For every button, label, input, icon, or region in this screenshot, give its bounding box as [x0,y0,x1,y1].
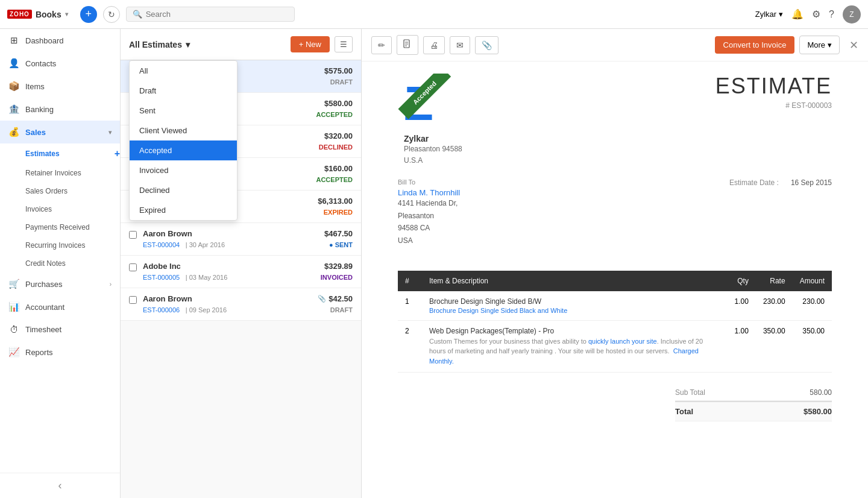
attach-button[interactable]: 📎 [475,36,498,54]
list-item-checkbox[interactable] [129,296,137,304]
list-item-body: Aaron Brown 📎 $42.50 EST-000006 | 09 Sep… [143,294,353,314]
list-item-ref[interactable]: EST-000004 [143,241,180,248]
invoice-totals: Sub Total 580.00 Total $580.00 [398,385,832,421]
sidebar-sub-recurring-invoices[interactable]: Recurring Invoices [0,236,120,254]
topbar-right: Zylkar ▾ 🔔 ⚙ ? Z [755,5,861,24]
row-qty: 1.00 [728,320,756,373]
invoice-preview: Accepted Z Zylkar Pleasanton 94588 U.S.A [398,74,832,421]
estimate-date-value: 16 Sep 2015 [791,178,832,187]
sidebar-sub-credit-notes[interactable]: Credit Notes [0,254,120,273]
accepted-ribbon: Accepted [398,74,452,128]
list-item-status: ACCEPTED [316,176,353,183]
more-label: More [807,40,825,49]
filter-dropdown[interactable]: All Estimates ▾ [129,40,190,49]
global-add-button[interactable]: + [80,6,97,23]
notifications-button[interactable]: 🔔 [791,8,804,20]
search-icon: 🔍 [133,10,142,19]
sidebar-sub-retainer-invoices[interactable]: Retainer Invoices [0,164,120,182]
user-menu[interactable]: Zylkar ▾ [755,10,783,19]
filter-option-expired[interactable]: Expired [130,200,237,220]
sidebar-sub-invoices[interactable]: Invoices [0,200,120,218]
bill-to-section: Bill To Linda M. Thornhill 4141 Hacienda… [398,178,460,247]
list-menu-button[interactable]: ☰ [335,36,353,52]
sidebar-sub-estimates[interactable]: Estimates + [0,143,120,164]
list-item-checkbox[interactable] [129,231,137,239]
sidebar-item-reports[interactable]: 📈 Reports [0,341,120,364]
close-button[interactable]: ✕ [849,39,858,52]
sidebar-item-accountant[interactable]: 📊 Accountant [0,295,120,318]
estimate-date-row: Estimate Date : 16 Sep 2015 [729,178,832,187]
topbar: ZOHO Books ▾ + ↻ 🔍 Zylkar ▾ 🔔 ⚙ ? Z [0,0,868,29]
edit-button[interactable]: ✏ [371,36,392,54]
sidebar-item-purchases[interactable]: 🛒 Purchases › [0,273,120,295]
filter-option-sent[interactable]: Sent [130,101,237,121]
sidebar-item-label: Dashboard [25,36,64,45]
row-rate: 230.00 [756,291,793,321]
timesheet-icon: ⏱ [8,324,19,335]
books-wordmark: Books [36,10,61,19]
pdf-button[interactable] [397,35,418,55]
col-num: # [398,271,422,291]
col-amount: Amount [793,271,832,291]
list-item-checkbox[interactable] [129,263,137,271]
list-item-ref[interactable]: EST-000006 [143,306,180,314]
sidebar-item-sales[interactable]: 💰 Sales ▾ [0,121,120,143]
invoice-title: ESTIMATE [715,74,832,99]
dashboard-icon: ⊞ [8,35,19,46]
search-input[interactable] [146,10,288,19]
invoice-number: # EST-000003 [715,101,832,110]
new-estimate-button[interactable]: + New [291,36,330,52]
settings-button[interactable]: ⚙ [812,8,820,20]
col-item: Item & Description [422,271,728,291]
list-item-status: DECLINED [319,143,353,151]
search-bar[interactable]: 🔍 [126,7,295,22]
filter-option-client-viewed[interactable]: Client Viewed [130,121,237,140]
user-caret-icon: ▾ [779,10,783,19]
bill-to-address: 4141 Hacienda Dr, Pleasanton 94588 CA US… [398,197,460,247]
list-item-amount: $160.00 [324,164,353,173]
filter-option-invoiced[interactable]: Invoiced [130,160,237,180]
print-button[interactable]: 🖨 [423,36,445,54]
sidebar-collapse-button[interactable]: ‹ [0,473,120,498]
sidebar-item-contacts[interactable]: 👤 Contacts [0,52,120,75]
list-item-amount: $575.00 [324,66,353,75]
sidebar-sub-sales-orders[interactable]: Sales Orders [0,182,120,200]
detail-toolbar: ✏ 🖨 ✉ 📎 Convert to Invoice More ▾ ✕ [362,29,868,61]
filter-option-accepted[interactable]: Accepted [130,140,237,160]
sales-icon: 💰 [8,127,19,137]
list-item-ref[interactable]: EST-000005 [143,274,180,281]
more-button[interactable]: More ▾ [799,36,840,54]
sidebar-sub-payments-received[interactable]: Payments Received [0,218,120,236]
item-long-desc: Custom Themes for your business that giv… [429,336,720,367]
email-button[interactable]: ✉ [450,36,470,54]
list-item-date: | 03 May 2016 [186,274,228,281]
sidebar-sub-label: Sales Orders [25,187,68,195]
list-item[interactable]: Aaron Brown $467.50 EST-000004 | 30 Apr … [121,223,361,256]
collapse-icon: ‹ [58,479,62,492]
convert-to-invoice-button[interactable]: Convert to Invoice [715,36,795,54]
list-item[interactable]: Aaron Brown 📎 $42.50 EST-000006 | 09 Sep… [121,288,361,321]
recent-button[interactable]: ↻ [103,6,120,23]
company-name: Zylkar [404,134,462,143]
purchases-icon: 🛒 [8,279,19,289]
sub-total-value: 580.00 [810,388,832,397]
list-item[interactable]: Adobe Inc $329.89 EST-000005 | 03 May 20… [121,256,361,288]
filter-option-all[interactable]: All [130,61,237,81]
sidebar-item-timesheet[interactable]: ⏱ Timesheet [0,318,120,341]
sidebar-item-items[interactable]: 📦 Items [0,75,120,98]
invoice-meta: Estimate Date : 16 Sep 2015 [729,178,832,187]
sidebar-sub-label: Credit Notes [25,259,66,268]
main-layout: ⊞ Dashboard 👤 Contacts 📦 Items 🏦 Banking… [0,29,868,498]
app-logo[interactable]: ZOHO Books ▾ [7,10,68,19]
avatar[interactable]: Z [843,5,861,24]
filter-option-declined[interactable]: Declined [130,180,237,200]
row-amount: 230.00 [793,291,832,321]
sidebar-item-banking[interactable]: 🏦 Banking [0,98,120,121]
estimate-date-label: Estimate Date : [729,178,779,187]
help-button[interactable]: ? [829,9,834,20]
line-item-row: 2 Web Design Packages(Template) - Pro Cu… [398,320,832,373]
estimates-add-icon[interactable]: + [115,148,120,159]
filter-option-draft[interactable]: Draft [130,81,237,101]
sidebar-item-dashboard[interactable]: ⊞ Dashboard [0,29,120,52]
list-item-status: ACCEPTED [316,111,353,118]
